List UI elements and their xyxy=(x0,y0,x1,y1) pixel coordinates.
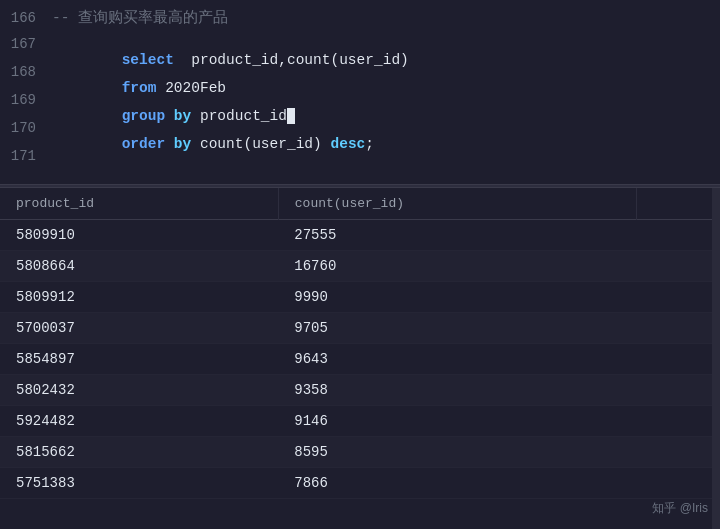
cell-count: 9705 xyxy=(278,313,636,344)
table-row: 58099129990 xyxy=(0,282,720,313)
cell-count: 9146 xyxy=(278,406,636,437)
keyword-order: order xyxy=(122,136,166,152)
cell-empty xyxy=(636,282,719,313)
table-row: 580991027555 xyxy=(0,220,720,251)
cell-product-id: 5809912 xyxy=(0,282,278,313)
cell-product-id: 5751383 xyxy=(0,468,278,499)
results-table: product_id count(user_id) 58099102755558… xyxy=(0,188,720,499)
column-header-empty xyxy=(636,188,719,220)
cell-empty xyxy=(636,251,719,282)
line-number-166: 166 xyxy=(0,10,52,26)
cell-count: 7866 xyxy=(278,468,636,499)
cell-product-id: 5854897 xyxy=(0,344,278,375)
line-number-169: 169 xyxy=(0,92,52,108)
table-row: 57513837866 xyxy=(0,468,720,499)
code-line-166: 166 -- 查询购买率最高的产品 xyxy=(0,8,720,36)
cell-product-id: 5700037 xyxy=(0,313,278,344)
cell-product-id: 5802432 xyxy=(0,375,278,406)
code-editor: 166 -- 查询购买率最高的产品 167 select product_id,… xyxy=(0,0,720,184)
cell-empty xyxy=(636,468,719,499)
line-number-171: 171 xyxy=(0,148,52,164)
cell-empty xyxy=(636,406,719,437)
table-row: 57000379705 xyxy=(0,313,720,344)
cell-count: 9358 xyxy=(278,375,636,406)
results-section: product_id count(user_id) 58099102755558… xyxy=(0,188,720,529)
cell-product-id: 5924482 xyxy=(0,406,278,437)
line-content-170: order by count(user_id) desc; xyxy=(52,120,374,168)
cell-empty xyxy=(636,344,719,375)
code-line-169: 169 group by product_id xyxy=(0,92,720,120)
scrollbar[interactable] xyxy=(712,188,720,529)
app-container: 166 -- 查询购买率最高的产品 167 select product_id,… xyxy=(0,0,720,529)
table-row: 59244829146 xyxy=(0,406,720,437)
cell-empty xyxy=(636,220,719,251)
cell-product-id: 5808664 xyxy=(0,251,278,282)
cell-count: 16760 xyxy=(278,251,636,282)
column-header-count: count(user_id) xyxy=(278,188,636,220)
table-row: 58156628595 xyxy=(0,437,720,468)
column-header-product-id: product_id xyxy=(0,188,278,220)
cell-count: 9990 xyxy=(278,282,636,313)
table-row: 580866416760 xyxy=(0,251,720,282)
code-line-167: 167 select product_id,count(user_id) xyxy=(0,36,720,64)
line-content-166: -- 查询购买率最高的产品 xyxy=(52,8,228,27)
table-row: 58548979643 xyxy=(0,344,720,375)
cell-count: 8595 xyxy=(278,437,636,468)
table-header-row: product_id count(user_id) xyxy=(0,188,720,220)
line-number-170: 170 xyxy=(0,120,52,136)
watermark: 知乎 @Iris xyxy=(652,500,708,517)
line-number-168: 168 xyxy=(0,64,52,80)
table-row: 58024329358 xyxy=(0,375,720,406)
code-line-170: 170 order by count(user_id) desc; xyxy=(0,120,720,148)
cell-product-id: 5815662 xyxy=(0,437,278,468)
line-number-167: 167 xyxy=(0,36,52,52)
cell-empty xyxy=(636,437,719,468)
cell-empty xyxy=(636,313,719,344)
cell-count: 9643 xyxy=(278,344,636,375)
table-body: 5809910275555808664167605809912999057000… xyxy=(0,220,720,499)
cell-empty xyxy=(636,375,719,406)
keyword-by-2: by xyxy=(174,136,191,152)
keyword-desc: desc xyxy=(330,136,365,152)
cell-count: 27555 xyxy=(278,220,636,251)
cell-product-id: 5809910 xyxy=(0,220,278,251)
